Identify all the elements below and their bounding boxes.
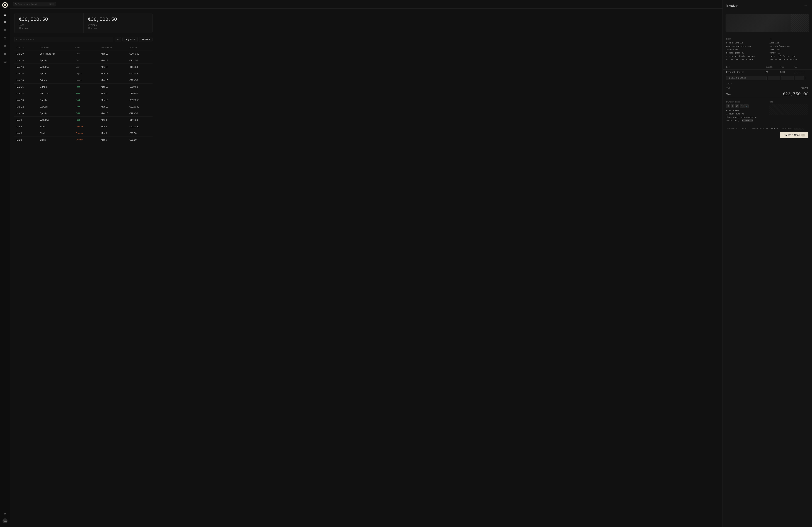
cell-due-4: Mar 16 — [14, 77, 38, 84]
cell-status-13: Overdue — [72, 136, 99, 143]
cell-amount-6: €199.50 — [127, 90, 153, 97]
remove-item-button[interactable]: × — [805, 77, 809, 80]
table-row[interactable]: Mar 12 Wework Paid Mar 12 €2120.50 — [14, 103, 153, 110]
from-label: From — [726, 38, 765, 40]
to-company-info: Acme inc John.doe@acme.com 36182-4441 St… — [770, 41, 809, 61]
item-price-input[interactable] — [781, 76, 794, 80]
svg-rect-2 — [4, 15, 5, 16]
payment-section: Payment details B I U I 🔗 Bank: Chase Ac… — [723, 98, 812, 125]
svg-rect-5 — [4, 22, 6, 22]
table-row[interactable]: Mar 18 Spotify Draft Mar 18 €111.50 — [14, 57, 153, 64]
sidebar-item-documents[interactable] — [2, 43, 8, 49]
sidebar-item-camera[interactable] — [2, 59, 8, 65]
svg-rect-10 — [5, 54, 6, 55]
cell-invoice-date-13: Mar 5 — [99, 136, 128, 143]
table-row[interactable]: Mar 16 Github Unpaid Mar 16 €299.50 — [14, 77, 153, 84]
underline-button[interactable]: U — [735, 104, 739, 108]
table-row[interactable]: Mar 15 Github Paid Mar 15 €299.50 — [14, 84, 153, 90]
col-invoice-date: Invoice date — [99, 45, 128, 50]
table-row[interactable]: Mar 14 Porsche Paid Mar 14 €199.50 — [14, 90, 153, 97]
item-row-0: Product design 24 1400 — [723, 70, 812, 75]
cell-status-6: Paid — [72, 90, 99, 97]
from-street: Roslagsgatan 48 — [726, 51, 765, 55]
due-date-value — [794, 128, 804, 130]
cell-status-9: Paid — [72, 110, 99, 117]
panel-header: Invoice ⋯ — [723, 0, 812, 11]
sidebar-item-invoices[interactable] — [2, 19, 8, 26]
cell-customer-0: Lost Island AB — [38, 50, 72, 57]
col-due-date: Due date — [14, 45, 38, 50]
cell-invoice-date-2: Mar 16 — [99, 64, 128, 70]
price-col-label: Price — [780, 66, 794, 68]
italic-button[interactable]: I — [731, 104, 734, 108]
item-vat-input[interactable] — [795, 76, 804, 80]
filter-search-placeholder: Search or filter — [19, 38, 35, 41]
payment-details: Payment details B I U I 🔗 Bank: Chase Ac… — [726, 101, 766, 122]
sidebar-item-messages[interactable] — [2, 27, 8, 34]
from-city: 211 34 Stockholm, Sweden — [726, 55, 765, 58]
stat-card-sent: €36,500.50 Sent 12 invoice — [14, 13, 84, 33]
sidebar-item-settings[interactable] — [2, 511, 8, 517]
table-row[interactable]: Mar 16 Apple Unpaid Mar 16 €2120.50 — [14, 70, 153, 77]
table-row[interactable]: Mar 10 Spotify Paid Mar 10 €199.50 — [14, 110, 153, 117]
sidebar-item-dashboard[interactable] — [2, 12, 8, 18]
status-filter-button[interactable]: Fulfilled — [139, 37, 153, 42]
cell-due-10: Mar 9 — [14, 117, 38, 123]
cell-amount-2: €134.50 — [127, 64, 153, 70]
filter-button[interactable] — [115, 37, 121, 42]
item-qty-0: 24 — [766, 71, 780, 74]
quantity-col-label: Quantity — [766, 66, 780, 68]
bold-button[interactable]: B — [726, 104, 730, 108]
svg-point-12 — [4, 62, 5, 63]
link-button[interactable]: 🔗 — [743, 104, 749, 108]
issue-date-value: 08/12/2024 — [766, 127, 778, 130]
total-value: €23,750.00 — [783, 92, 809, 96]
text-format-toolbar: B I U I 🔗 — [726, 104, 766, 108]
sidebar-item-grid[interactable] — [2, 51, 8, 57]
cell-due-3: Mar 16 — [14, 70, 38, 77]
from-postal: 36182-4441 — [726, 48, 765, 51]
item-vat-0 — [794, 71, 805, 74]
sent-amount: €36,500.50 — [19, 17, 79, 22]
cell-status-2: Draft — [72, 64, 99, 70]
table-row[interactable]: Mar 5 Slack Overdue Mar 5 €99.50 — [14, 136, 153, 143]
italic-btn2[interactable]: I — [740, 104, 743, 108]
svg-rect-0 — [4, 14, 5, 15]
table-row[interactable]: Mar 19 Lost Island AB Draft Mar 19 €2450… — [14, 50, 153, 57]
to-postal: 36182-4441 — [770, 48, 809, 51]
col-status: Status — [72, 45, 99, 50]
svg-rect-6 — [4, 23, 5, 23]
cell-invoice-date-1: Mar 18 — [99, 57, 128, 64]
user-avatar[interactable]: Acme — [2, 518, 8, 524]
item-name-input[interactable] — [726, 76, 767, 80]
cell-amount-0: €2450.50 — [127, 50, 153, 57]
panel-menu-button[interactable]: ⋯ — [802, 3, 809, 8]
items-header: Item Quantity Price VAT — [723, 64, 812, 70]
global-search[interactable]: Search for or jump to ⌘ K — [13, 2, 56, 6]
table-row[interactable]: Mar 6 Slack Overdue Mar 6 €99.50 — [14, 130, 153, 136]
item-name-0: Product design — [726, 71, 766, 74]
table-row[interactable]: Mar 8 Slack Overdue Mar 8 €2120.50 — [14, 123, 153, 130]
cell-amount-5: €299.50 — [127, 84, 153, 90]
search-filter-input[interactable]: Search or filter — [14, 37, 113, 42]
table-row[interactable]: Mar 16 Webflow Draft Mar 16 €134.50 — [14, 64, 153, 70]
date-filter-button[interactable]: July 2024 — [122, 37, 138, 42]
vat-label: VAT — [726, 87, 730, 90]
search-placeholder-text: Search for or jump to — [18, 3, 38, 5]
create-send-chevron: ▼ — [801, 134, 805, 136]
table-row[interactable]: Mar 9 Webflow Paid Mar 9 €111.50 — [14, 117, 153, 123]
app-logo[interactable] — [2, 2, 8, 8]
cell-customer-13: Slack — [38, 136, 72, 143]
create-send-label: Create & Send — [784, 134, 800, 136]
cell-due-1: Mar 18 — [14, 57, 38, 64]
overdue-amount: €36,500.50 — [88, 17, 148, 22]
add-item-button[interactable]: Add + — [723, 81, 812, 86]
item-qty-input[interactable] — [768, 76, 780, 80]
note-section: Note — [769, 101, 809, 122]
from-vat: VAT ID: SE1246767676020 — [726, 58, 765, 61]
cell-due-0: Mar 19 — [14, 50, 38, 57]
create-send-button[interactable]: Create & Send ▼ — [780, 132, 809, 138]
table-row[interactable]: Mar 13 Spotify Paid Mar 13 €2120.50 — [14, 97, 153, 103]
sidebar-item-clock[interactable] — [2, 35, 8, 42]
due-date: Due date: — [782, 127, 804, 130]
